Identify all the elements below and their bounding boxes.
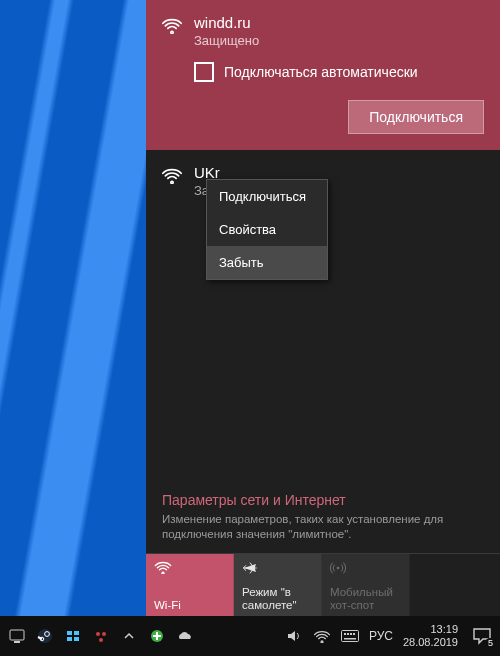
hotspot-icon bbox=[330, 560, 401, 576]
wifi-icon bbox=[162, 166, 182, 184]
tile-label: Wi-Fi bbox=[154, 599, 225, 612]
onedrive-icon[interactable] bbox=[176, 627, 194, 645]
svg-rect-1 bbox=[10, 630, 24, 640]
action-center-icon[interactable]: 5 bbox=[468, 622, 496, 650]
auto-connect-label: Подключаться автоматически bbox=[224, 64, 418, 80]
svg-rect-17 bbox=[344, 638, 356, 640]
tile-label: Режим "в самолете" bbox=[242, 586, 313, 612]
network-settings-link[interactable]: Параметры сети и Интернет Изменение пара… bbox=[146, 486, 500, 553]
wifi-icon bbox=[162, 16, 182, 34]
ctx-properties[interactable]: Свойства bbox=[207, 213, 327, 246]
auto-connect-checkbox[interactable] bbox=[194, 62, 214, 82]
svg-rect-2 bbox=[14, 641, 20, 643]
volume-icon[interactable] bbox=[285, 627, 303, 645]
network-flyout: windd.ru Защищено Подключаться автоматич… bbox=[146, 0, 500, 616]
settings-title: Параметры сети и Интернет bbox=[162, 492, 484, 508]
svg-point-11 bbox=[102, 632, 106, 636]
language-indicator[interactable]: РУС bbox=[369, 629, 393, 643]
svg-point-0 bbox=[337, 567, 340, 570]
svg-rect-8 bbox=[67, 637, 72, 641]
settings-desc: Изменение параметров, таких как установл… bbox=[162, 512, 484, 543]
clock-time: 13:19 bbox=[403, 623, 458, 636]
svg-rect-16 bbox=[341, 631, 358, 642]
network-tray-icon[interactable] bbox=[313, 627, 331, 645]
tray-icon[interactable] bbox=[148, 627, 166, 645]
network-status: Защищено bbox=[194, 33, 259, 48]
svg-point-10 bbox=[96, 632, 100, 636]
clock-date: 28.08.2019 bbox=[403, 636, 458, 649]
svg-rect-6 bbox=[67, 631, 72, 635]
network-item-selected[interactable]: windd.ru Защищено Подключаться автоматич… bbox=[146, 0, 500, 150]
svg-rect-15 bbox=[153, 635, 161, 637]
network-context-menu: Подключиться Свойства Забыть bbox=[206, 179, 328, 280]
network-name: windd.ru bbox=[194, 14, 259, 31]
ctx-forget[interactable]: Забыть bbox=[207, 246, 327, 279]
taskbar-clock[interactable]: 13:19 28.08.2019 bbox=[403, 623, 458, 648]
tile-wifi[interactable]: Wi-Fi bbox=[146, 554, 234, 616]
quick-action-tiles: Wi-Fi Режим "в самолете" Мобильный хот-с… bbox=[146, 553, 500, 616]
svg-rect-19 bbox=[347, 633, 349, 635]
airplane-icon bbox=[242, 560, 313, 576]
svg-point-12 bbox=[99, 638, 103, 642]
tray-icon[interactable] bbox=[64, 627, 82, 645]
svg-rect-9 bbox=[74, 637, 79, 641]
tray-icon[interactable] bbox=[8, 627, 26, 645]
tray-chevron-up-icon[interactable] bbox=[120, 627, 138, 645]
steam-icon[interactable] bbox=[36, 627, 54, 645]
tile-mobile-hotspot[interactable]: Мобильный хот-спот bbox=[322, 554, 410, 616]
taskbar: РУС 13:19 28.08.2019 5 bbox=[0, 616, 500, 656]
wifi-icon bbox=[154, 560, 225, 576]
tile-airplane-mode[interactable]: Режим "в самолете" bbox=[234, 554, 322, 616]
svg-rect-21 bbox=[353, 633, 355, 635]
svg-rect-18 bbox=[344, 633, 346, 635]
tray-icon[interactable] bbox=[92, 627, 110, 645]
notification-badge: 5 bbox=[485, 638, 496, 648]
svg-rect-20 bbox=[350, 633, 352, 635]
connect-button[interactable]: Подключиться bbox=[348, 100, 484, 134]
ctx-connect[interactable]: Подключиться bbox=[207, 180, 327, 213]
tile-label: Мобильный хот-спот bbox=[330, 586, 401, 612]
keyboard-icon[interactable] bbox=[341, 627, 359, 645]
svg-rect-7 bbox=[74, 631, 79, 635]
